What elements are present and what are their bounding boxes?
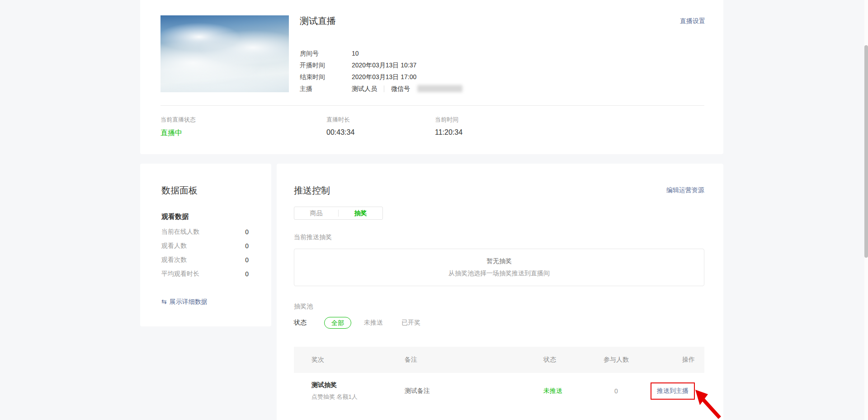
metric-row-views: 观看次数 0 <box>161 253 249 267</box>
metric-label: 观看人数 <box>161 242 187 250</box>
current-push-empty-state: 暂无抽奖 从抽奖池选择一场抽奖推送到直播间 <box>294 249 704 286</box>
prize-name: 测试抽奖 <box>311 381 405 389</box>
action-cell: 推送到主播 <box>651 382 695 400</box>
empty-state-desc: 从抽奖池选择一场抽奖推送到直播间 <box>448 269 550 278</box>
status-filter-label: 状态 <box>294 319 307 327</box>
participants-cell: 0 <box>603 387 630 395</box>
status-label: 当前时间 <box>435 116 462 124</box>
info-row-room: 房间号 10 <box>300 47 462 59</box>
status-label: 直播时长 <box>326 116 354 124</box>
live-title: 测试直播 <box>300 15 336 27</box>
wechat-id-label: 微信号 <box>391 83 410 94</box>
vertical-divider <box>384 85 384 92</box>
view-data-section-title: 观看数据 <box>161 212 189 221</box>
header-note: 备注 <box>405 356 543 364</box>
metric-value: 0 <box>245 242 249 250</box>
lottery-table: 奖次 备注 状态 参与人数 操作 测试抽奖 点赞抽奖 名额1人 测试备注 未推送… <box>294 347 704 409</box>
prize-cell: 测试抽奖 点赞抽奖 名额1人 <box>311 381 405 401</box>
info-value: 2020年03月13日 10:37 <box>352 59 416 71</box>
status-col-duration: 直播时长 00:43:34 <box>326 116 354 137</box>
info-label: 房间号 <box>300 47 352 59</box>
tab-goods[interactable]: 商品 <box>294 207 338 219</box>
info-row-anchor: 主播 测试人员 微信号 <box>300 83 462 94</box>
empty-state-title: 暂无抽奖 <box>486 257 512 265</box>
live-info-rows: 房间号 10 开播时间 2020年03月13日 10:37 结束时间 2020年… <box>300 47 462 94</box>
prize-sub-info: 点赞抽奖 名额1人 <box>311 393 405 401</box>
metric-label: 当前在线人数 <box>161 228 199 236</box>
swap-arrows-icon: ⇆ <box>161 298 167 305</box>
info-row-end-time: 结束时间 2020年03月13日 17:00 <box>300 71 462 83</box>
metric-row-online: 当前在线人数 0 <box>161 225 249 239</box>
filter-all[interactable]: 全部 <box>324 317 351 329</box>
live-state-value: 直播中 <box>160 128 196 138</box>
push-to-anchor-button[interactable]: 推送到主播 <box>657 387 689 394</box>
show-detail-data-label: 展示详细数据 <box>170 298 208 305</box>
table-row: 测试抽奖 点赞抽奖 名额1人 测试备注 未推送 0 推送到主播 <box>294 373 704 409</box>
metric-value: 0 <box>245 228 249 236</box>
action-highlight-box: 推送到主播 <box>651 382 695 400</box>
live-info-card: 测试直播 直播设置 房间号 10 开播时间 2020年03月13日 10:37 … <box>140 0 723 154</box>
status-col-live-state: 当前直播状态 直播中 <box>160 116 196 138</box>
info-label: 开播时间 <box>300 59 352 71</box>
push-control-title: 推送控制 <box>294 184 330 197</box>
status-filter-row: 状态 全部 未推送 已开奖 <box>294 316 420 330</box>
info-label: 主播 <box>300 83 352 94</box>
show-detail-data-link[interactable]: ⇆展示详细数据 <box>161 298 208 306</box>
data-panel-title: 数据面板 <box>161 184 198 197</box>
filter-drawn[interactable]: 已开奖 <box>401 319 420 327</box>
info-row-start-time: 开播时间 2020年03月13日 10:37 <box>300 59 462 71</box>
filter-unpushed[interactable]: 未推送 <box>364 319 383 327</box>
info-label: 结束时间 <box>300 71 352 83</box>
tab-lottery[interactable]: 抽奖 <box>339 207 382 219</box>
header-status: 状态 <box>543 356 603 364</box>
note-cell: 测试备注 <box>405 387 543 395</box>
anchor-name: 测试人员 <box>352 83 377 94</box>
push-type-tabs: 商品 抽奖 <box>294 207 383 220</box>
header-prize: 奖次 <box>311 356 405 364</box>
metric-value: 0 <box>245 256 249 264</box>
table-header: 奖次 备注 状态 参与人数 操作 <box>294 347 704 373</box>
info-value: 10 <box>352 47 359 59</box>
lottery-pool-label: 抽奖池 <box>294 302 313 311</box>
edit-resources-link[interactable]: 编辑运营资源 <box>666 186 704 194</box>
status-col-current-time: 当前时间 11:20:34 <box>435 116 462 137</box>
live-settings-link[interactable]: 直播设置 <box>680 17 705 25</box>
metric-row-avg-duration: 平均观看时长 0 <box>161 267 249 281</box>
current-time-value: 11:20:34 <box>435 128 462 137</box>
data-panel-card: 数据面板 观看数据 当前在线人数 0 观看人数 0 观看次数 0 平均观看时长 … <box>140 164 271 326</box>
metric-label: 平均观看时长 <box>161 270 199 278</box>
duration-value: 00:43:34 <box>326 128 354 137</box>
metric-row-viewers: 观看人数 0 <box>161 239 249 253</box>
scrollbar-thumb[interactable] <box>864 45 868 258</box>
status-cell: 未推送 <box>543 387 603 395</box>
header-action: 操作 <box>682 356 695 364</box>
view-metrics: 当前在线人数 0 观看人数 0 观看次数 0 平均观看时长 0 <box>161 225 249 281</box>
info-value: 2020年03月13日 17:00 <box>352 71 416 83</box>
header-participants: 参与人数 <box>603 356 630 364</box>
card-divider <box>160 105 704 106</box>
metric-value: 0 <box>245 270 249 278</box>
push-control-card: 推送控制 编辑运营资源 商品 抽奖 当前推送抽奖 暂无抽奖 从抽奖池选择一场抽奖… <box>277 164 723 420</box>
scrollbar-track <box>864 0 868 420</box>
wechat-id-redacted <box>417 85 462 92</box>
metric-label: 观看次数 <box>161 256 187 264</box>
status-label: 当前直播状态 <box>160 116 196 124</box>
current-push-label: 当前推送抽奖 <box>294 233 332 241</box>
live-cover-image <box>160 15 289 92</box>
